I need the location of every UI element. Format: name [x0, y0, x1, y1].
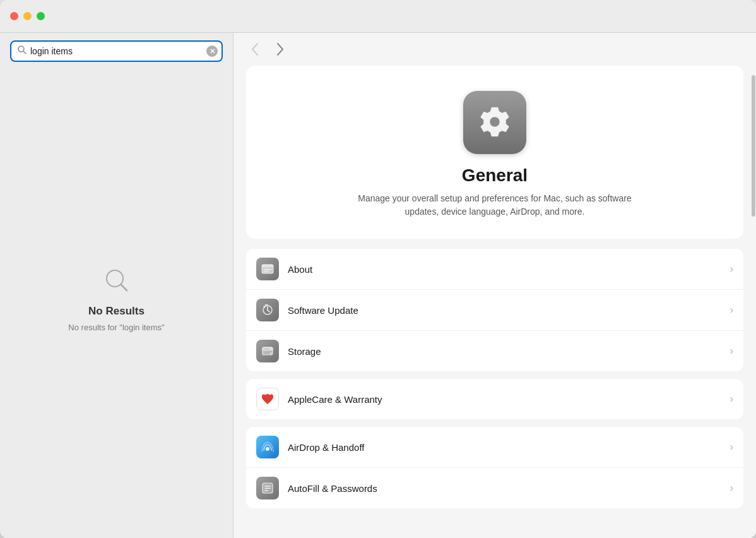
sidebar: ✕ No Results No results for "login items… — [0, 33, 233, 538]
svg-point-14 — [266, 447, 269, 451]
software-update-label: Software Update — [288, 305, 721, 316]
svg-line-1 — [23, 51, 26, 54]
svg-rect-17 — [264, 488, 271, 489]
main-content: General Manage your overall setup and pr… — [233, 66, 756, 538]
scrollbar-thumb[interactable] — [752, 75, 755, 217]
svg-point-2 — [107, 270, 123, 287]
applecare-icon — [256, 388, 279, 410]
general-icon — [463, 91, 526, 154]
autofill-icon — [256, 477, 279, 499]
software-update-icon — [256, 299, 279, 321]
about-chevron: › — [730, 263, 733, 275]
titlebar — [0, 0, 756, 33]
settings-section-2: AppleCare & Warranty › — [246, 379, 743, 419]
nav-bar — [233, 33, 756, 66]
no-results-title: No Results — [88, 305, 145, 318]
search-icon — [18, 45, 27, 57]
settings-section-1: About › Software Update — [246, 249, 743, 371]
minimize-button[interactable] — [23, 12, 32, 20]
search-clear-button[interactable]: ✕ — [206, 45, 218, 57]
svg-point-4 — [490, 117, 500, 127]
maximize-button[interactable] — [37, 12, 45, 20]
no-results-icon — [105, 268, 129, 297]
svg-rect-8 — [264, 271, 269, 272]
hero-description: Manage your overall setup and preference… — [343, 192, 646, 218]
settings-item-autofill[interactable]: AutoFill & Passwords › — [246, 468, 743, 508]
scrollbar-track — [751, 66, 756, 538]
settings-item-software-update[interactable]: Software Update › — [246, 290, 743, 331]
forward-button[interactable] — [271, 40, 289, 58]
applecare-chevron: › — [730, 393, 733, 405]
settings-section-3: AirDrop & Handoff › AutoFill & — [246, 427, 743, 508]
svg-line-3 — [121, 285, 127, 290]
svg-rect-16 — [264, 486, 271, 487]
airdrop-chevron: › — [730, 441, 733, 453]
main-panel: General Manage your overall setup and pr… — [233, 33, 756, 538]
settings-item-storage[interactable]: Storage › — [246, 331, 743, 371]
autofill-label: AutoFill & Passwords — [288, 483, 721, 494]
software-update-chevron: › — [730, 304, 733, 316]
svg-point-13 — [270, 352, 271, 354]
svg-point-12 — [270, 348, 271, 349]
airdrop-icon — [256, 436, 279, 458]
svg-rect-7 — [264, 269, 271, 270]
svg-rect-6 — [262, 265, 273, 267]
autofill-chevron: › — [730, 482, 733, 494]
about-icon — [256, 258, 279, 280]
search-input[interactable] — [30, 46, 201, 56]
search-container: ✕ — [10, 40, 223, 62]
search-box[interactable] — [10, 40, 223, 62]
back-button[interactable] — [246, 40, 264, 58]
system-settings-window: ✕ No Results No results for "login items… — [0, 0, 756, 538]
storage-label: Storage — [288, 346, 721, 357]
airdrop-label: AirDrop & Handoff — [288, 442, 721, 453]
no-results-area: No Results No results for "login items" — [10, 72, 223, 528]
about-label: About — [288, 264, 721, 275]
storage-chevron: › — [730, 345, 733, 357]
no-results-subtitle: No results for "login items" — [68, 323, 164, 332]
settings-item-applecare[interactable]: AppleCare & Warranty › — [246, 379, 743, 419]
settings-item-airdrop[interactable]: AirDrop & Handoff › — [246, 427, 743, 468]
hero-title: General — [462, 165, 528, 186]
content-area: ✕ No Results No results for "login items… — [0, 33, 756, 538]
svg-rect-18 — [264, 490, 268, 491]
applecare-label: AppleCare & Warranty — [288, 394, 721, 405]
hero-section: General Manage your overall setup and pr… — [246, 66, 743, 239]
settings-item-about[interactable]: About › — [246, 249, 743, 290]
close-button[interactable] — [10, 12, 18, 20]
storage-icon — [256, 340, 279, 362]
